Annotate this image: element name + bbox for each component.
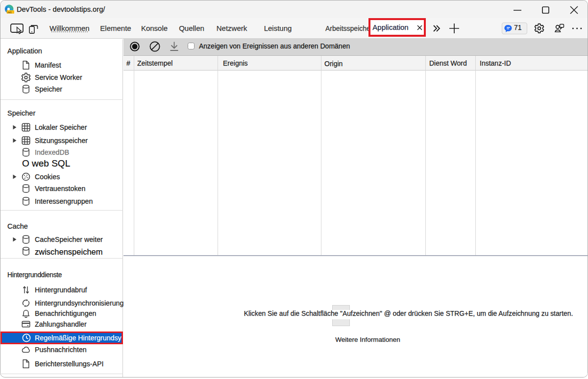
svg-text:rw1: rw1 — [7, 11, 12, 14]
